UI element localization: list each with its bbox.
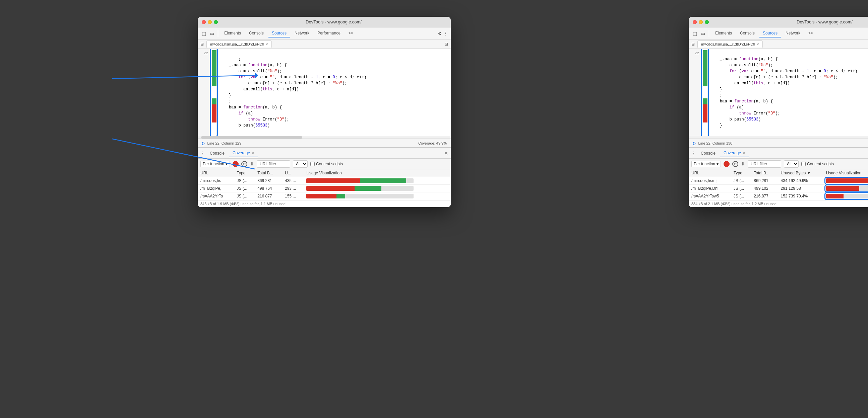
tab-console-panel-left[interactable]: Console: [207, 149, 228, 157]
traffic-lights-right[interactable]: [693, 20, 709, 24]
col-total-right[interactable]: Total B...: [751, 169, 778, 177]
col-url-right[interactable]: URL: [689, 169, 731, 177]
per-function-label-left: Per function: [203, 162, 224, 166]
cell-viz: [304, 185, 451, 193]
cell-unused: 434,192 49.9%: [778, 177, 824, 185]
collapse-icon[interactable]: ⊡: [445, 42, 450, 46]
code-text-left[interactable]: ; _.aaa = function(a, b) { a = a.split("…: [217, 49, 451, 136]
tab-network-right[interactable]: Network: [782, 30, 804, 37]
clear-button-right[interactable]: ⊘: [732, 161, 738, 167]
file-tab-right[interactable]: m=cdos,hsm,jsa,...c,dtl0hd,eHDfl ✕: [698, 40, 763, 47]
horizontal-scrollbar-left[interactable]: [198, 136, 451, 139]
tab-coverage-panel-left[interactable]: Coverage ✕: [229, 149, 258, 157]
panel-dots-icon-right[interactable]: ⋮: [691, 150, 696, 156]
tab-console-right[interactable]: Console: [737, 30, 758, 37]
col-url-left[interactable]: URL: [198, 169, 234, 177]
col-unused-left[interactable]: U...: [282, 169, 304, 177]
table-row[interactable]: /m=cdos,hs JS (... 869 281 435 ...: [198, 177, 451, 185]
col-unused-bytes-right[interactable]: Unused Bytes ▼: [778, 169, 824, 177]
table-row[interactable]: /m=cdos,hsm,j JS (... 869,281 434,192 49…: [689, 177, 868, 185]
close-button[interactable]: [202, 20, 206, 24]
tab-console-panel-right[interactable]: Console: [698, 149, 719, 157]
cell-type: JS (...: [731, 177, 751, 185]
inspect-icon[interactable]: ⬚: [200, 30, 207, 37]
close-panel-icon-left[interactable]: ✕: [444, 150, 448, 156]
more-menu-icon[interactable]: ⋮: [443, 31, 448, 36]
sidebar-toggle-left[interactable]: ⊞: [199, 40, 205, 48]
per-function-button-left[interactable]: Per function ▾: [200, 161, 230, 167]
tab-console-left[interactable]: Console: [246, 30, 267, 37]
title-bar-right: DevTools - www.google.com/: [689, 17, 868, 28]
all-filter-select-right[interactable]: All: [784, 160, 799, 168]
gear-icon[interactable]: ⚙: [438, 31, 442, 36]
inspect-icon-right[interactable]: ⬚: [691, 30, 698, 37]
cell-unused: 435 ...: [282, 177, 304, 185]
sidebar-toggle-right[interactable]: ⊞: [690, 40, 696, 48]
device-icon[interactable]: ▭: [209, 30, 215, 37]
all-filter-select-left[interactable]: All: [293, 160, 308, 168]
traffic-lights-left[interactable]: [202, 20, 218, 24]
panel-dots-icon[interactable]: ⋮: [200, 150, 205, 156]
content-scripts-check-right[interactable]: [801, 162, 806, 166]
tab-elements-right[interactable]: Elements: [712, 30, 735, 37]
col-total-left[interactable]: Total B...: [255, 169, 282, 177]
cursor-position-right: Line 22, Column 130: [699, 141, 733, 145]
record-button-right[interactable]: [723, 161, 730, 167]
code-editor-right[interactable]: 22: [689, 49, 868, 139]
maximize-button-right[interactable]: [705, 20, 709, 24]
panel-tab-bar-right: ⋮ Console Coverage ✕ ✕: [689, 148, 868, 159]
tab-network-left[interactable]: Network: [291, 30, 313, 37]
main-toolbar-right: ⬚ ▭ Elements Console Sources Network >> …: [689, 28, 868, 39]
file-tab-close-left[interactable]: ✕: [266, 42, 268, 46]
download-icon-left[interactable]: ⬇: [250, 161, 254, 167]
content-scripts-check-left[interactable]: [310, 162, 315, 166]
horizontal-scrollbar-right[interactable]: [689, 136, 868, 139]
line-numbers-left: 22: [198, 49, 211, 136]
table-row[interactable]: /rs=AA2YrTs JS (... 216 877 155 ...: [198, 193, 451, 200]
curly-brace-icon: {}: [202, 141, 205, 145]
col-type-right[interactable]: Type: [731, 169, 751, 177]
tab-elements-left[interactable]: Elements: [221, 30, 244, 37]
tab-more-left[interactable]: >>: [345, 30, 356, 37]
download-icon-right[interactable]: ⬇: [741, 161, 745, 167]
cell-total: 216,877: [751, 193, 778, 200]
minimize-button[interactable]: [208, 20, 212, 24]
clear-button-left[interactable]: ⊘: [241, 161, 247, 167]
tab-performance-left[interactable]: Performance: [314, 30, 344, 37]
coverage-tab-close-left[interactable]: ✕: [252, 151, 255, 155]
code-text-right[interactable]: _.aaa = function(a, b) { a = a.split("%s…: [708, 49, 868, 136]
coverage-percentage-left: Coverage: 49.9%: [418, 141, 447, 145]
tab-more-right[interactable]: >>: [805, 30, 816, 37]
panel-footer-left: 846 kB of 1.9 MB (44%) used so far, 1.1 …: [198, 200, 451, 207]
maximize-button[interactable]: [214, 20, 218, 24]
table-row[interactable]: /m=B2qlPe,Dhl JS (... 499,102 291,129 58: [689, 185, 868, 193]
cell-type: JS (...: [731, 185, 751, 193]
minimize-button-right[interactable]: [699, 20, 703, 24]
file-tab-name-right: m=cdos,hsm,jsa,...c,dtl0hd,eHDfl: [701, 42, 755, 46]
record-button-left[interactable]: [232, 161, 239, 167]
col-type-left[interactable]: Type: [234, 169, 255, 177]
coverage-tab-close-right[interactable]: ✕: [743, 151, 746, 155]
content-scripts-checkbox-right[interactable]: Content scripts: [801, 162, 834, 166]
code-editor-left[interactable]: 22: [198, 49, 451, 139]
tab-sources-right[interactable]: Sources: [760, 30, 781, 37]
file-tab-close-right[interactable]: ✕: [756, 42, 759, 46]
table-row[interactable]: /m=B2qlPe, JS (... 498 764 293 ...: [198, 185, 451, 193]
table-row[interactable]: /rs=AA2YrTsw5 JS (... 216,877 152,739 70…: [689, 193, 868, 200]
close-button-right[interactable]: [693, 20, 697, 24]
window-title-left: DevTools - www.google.com/: [220, 20, 447, 25]
file-tab-left[interactable]: m=cdos,hsm,jsa,...c,dtl0hd,eHDfl ✕: [207, 40, 272, 47]
tab-coverage-panel-right[interactable]: Coverage ✕: [720, 149, 749, 157]
col-viz-right[interactable]: Usage Visualization: [824, 169, 868, 177]
cell-total: 499,102: [751, 185, 778, 193]
coverage-table-container-left[interactable]: URL Type Total B... U... Usage Visualiza…: [198, 169, 451, 200]
url-filter-input-right[interactable]: [748, 160, 781, 168]
tab-sources-left[interactable]: Sources: [269, 30, 290, 37]
col-viz-left[interactable]: Usage Visualization: [304, 169, 451, 177]
content-scripts-checkbox-left[interactable]: Content scripts: [310, 162, 343, 166]
url-filter-input-left[interactable]: [257, 160, 290, 168]
cursor-position-left: Line 22, Column 129: [208, 141, 242, 145]
coverage-table-container-right[interactable]: URL Type Total B... Unused Bytes ▼ Usage…: [689, 169, 868, 200]
device-icon-right[interactable]: ▭: [700, 30, 706, 37]
per-function-button-right[interactable]: Per function ▾: [691, 161, 721, 167]
